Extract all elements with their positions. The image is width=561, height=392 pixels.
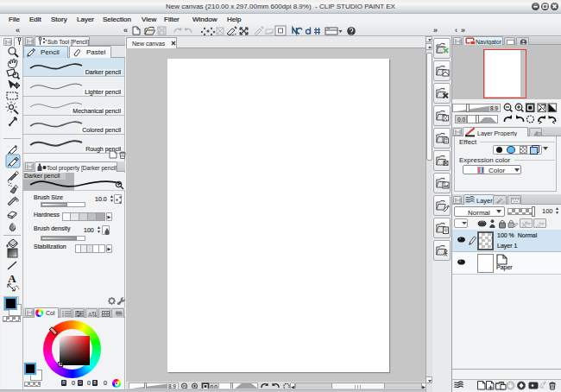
svg-text:A: A <box>8 272 16 285</box>
svg-text:A: A <box>88 312 92 318</box>
